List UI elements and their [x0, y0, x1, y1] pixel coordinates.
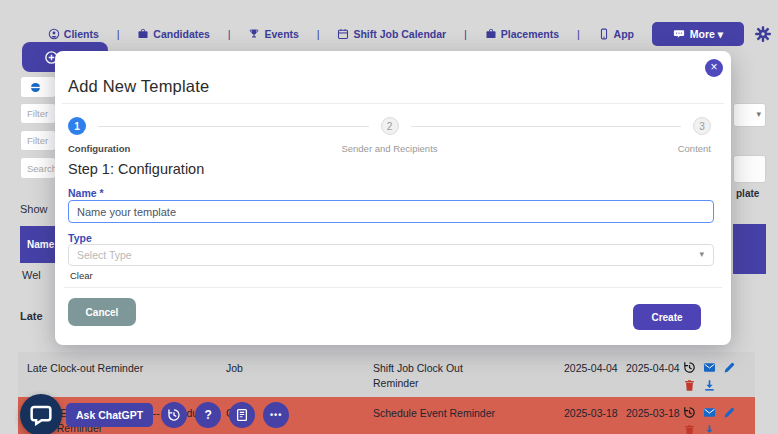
nav-label: App: [614, 28, 634, 40]
wizard-stepper: 1 2 3: [68, 117, 711, 135]
right-filter-box[interactable]: [733, 155, 766, 183]
nav-items: Clients | Candidates | Events | Shift Jo…: [30, 28, 652, 40]
divider: [64, 287, 722, 288]
floating-widgets: Ask ChatGPT ? •••: [20, 394, 289, 434]
book-icon: [235, 408, 249, 422]
create-button[interactable]: Create: [633, 304, 701, 330]
nav-item-events[interactable]: Events: [248, 28, 298, 40]
filter-input-2[interactable]: [20, 130, 56, 151]
more-widget-button[interactable]: •••: [263, 402, 289, 428]
clients-icon: [48, 28, 60, 40]
phone-icon: [598, 28, 610, 40]
template-link-fragment: plate: [736, 188, 759, 199]
download-icon[interactable]: [703, 379, 716, 392]
step-2-label: Sender and Recipients: [282, 143, 496, 154]
chevron-down-icon: ▾: [699, 249, 704, 259]
nav-separator: |: [117, 28, 120, 40]
table-header-name: Name: [20, 226, 57, 263]
email-icon[interactable]: [703, 406, 716, 419]
table-row[interactable]: Late Clock-out Reminder Job Shift Job Cl…: [18, 352, 755, 397]
step-1-label: Configuration: [68, 143, 282, 154]
nav-separator: |: [464, 28, 467, 40]
template-name-input[interactable]: [68, 200, 714, 223]
briefcase-icon: [137, 28, 149, 40]
download-icon[interactable]: [703, 424, 716, 434]
row-type: Job: [226, 361, 316, 376]
cancel-button[interactable]: Cancel: [68, 298, 136, 326]
template-filter-iconbox[interactable]: [20, 76, 56, 98]
chat-bubble-icon: [30, 404, 52, 426]
row-template: Schedule Event Reminder: [373, 406, 538, 421]
table-header-right-fragment: [733, 224, 766, 274]
type-select[interactable]: Select Type ▾: [68, 244, 714, 266]
step-2-circle[interactable]: 2: [381, 117, 399, 135]
ask-chatgpt-button[interactable]: Ask ChatGPT: [66, 403, 153, 427]
type-select-placeholder: Select Type: [77, 249, 132, 261]
briefcase-icon: [485, 28, 497, 40]
close-icon[interactable]: ×: [705, 59, 723, 77]
show-entries-text: Show: [20, 203, 48, 215]
nav-label: Placements: [501, 28, 559, 40]
docs-widget-button[interactable]: [229, 402, 255, 428]
name-field-label: Name *: [68, 187, 104, 199]
more-dropdown-button[interactable]: More ▾: [652, 22, 744, 46]
nav-item-placements[interactable]: Placements: [485, 28, 559, 40]
filter-input-1[interactable]: [20, 103, 56, 124]
table-row-fragment: Wel: [22, 269, 41, 281]
step-3-circle[interactable]: 3: [693, 117, 711, 135]
right-filter-dropdown[interactable]: ▾: [733, 103, 766, 127]
nav-label: Shift Job Calendar: [353, 28, 446, 40]
row-actions: [683, 361, 749, 392]
row-name: Late Clock-out Reminder: [27, 361, 232, 376]
history-icon[interactable]: [683, 361, 696, 374]
history-widget-button[interactable]: [161, 402, 187, 428]
globe-icon: [29, 81, 42, 94]
speech-bubble-icon: [673, 28, 685, 40]
email-icon[interactable]: [703, 361, 716, 374]
search-input[interactable]: [20, 157, 56, 179]
step-labels: Configuration Sender and Recipients Cont…: [68, 143, 711, 154]
step-heading: Step 1: Configuration: [68, 161, 204, 177]
latest-section-fragment: Late: [20, 310, 43, 322]
chevron-down-icon: ▾: [756, 109, 761, 119]
trophy-icon: [248, 28, 260, 40]
add-new-template-modal: × Add New Template 1 2 3 Configuration S…: [55, 51, 731, 345]
row-actions: [683, 406, 749, 434]
edit-pencil-icon[interactable]: [723, 361, 736, 374]
settings-gear-icon[interactable]: [754, 25, 772, 43]
clear-link[interactable]: Clear: [70, 270, 93, 281]
edit-pencil-icon[interactable]: [723, 406, 736, 419]
row-template: Shift Job Clock Out Reminder: [373, 361, 481, 391]
nav-separator: |: [317, 28, 320, 40]
step-3-label: Content: [497, 143, 711, 154]
nav-label: Clients: [64, 28, 99, 40]
help-widget-button[interactable]: ?: [195, 402, 221, 428]
app-page: Clients | Candidates | Events | Shift Jo…: [0, 0, 778, 434]
row-created-date: 2025-03-18: [564, 406, 622, 421]
step-connector: [98, 126, 369, 127]
nav-item-shift-job-calendar[interactable]: Shift Job Calendar: [337, 28, 446, 40]
top-nav: Clients | Candidates | Events | Shift Jo…: [30, 20, 772, 47]
nav-item-app[interactable]: App: [598, 28, 634, 40]
nav-separator: |: [228, 28, 231, 40]
row-created-date: 2025-04-04: [564, 361, 622, 376]
calendar-icon: [337, 28, 349, 40]
history-icon[interactable]: [683, 406, 696, 419]
nav-label: Events: [264, 28, 298, 40]
history-icon: [167, 408, 181, 422]
step-1-circle[interactable]: 1: [68, 117, 86, 135]
chat-widget-button[interactable]: [20, 394, 62, 434]
delete-trash-icon[interactable]: [683, 424, 696, 434]
nav-separator: |: [577, 28, 580, 40]
type-field-label: Type: [68, 232, 92, 244]
nav-item-clients[interactable]: Clients: [48, 28, 99, 40]
nav-label: Candidates: [153, 28, 210, 40]
more-label: More ▾: [690, 28, 723, 40]
nav-item-candidates[interactable]: Candidates: [137, 28, 210, 40]
delete-trash-icon[interactable]: [683, 379, 696, 392]
modal-title: Add New Template: [68, 77, 209, 96]
divider: [62, 103, 724, 104]
step-connector: [411, 126, 682, 127]
